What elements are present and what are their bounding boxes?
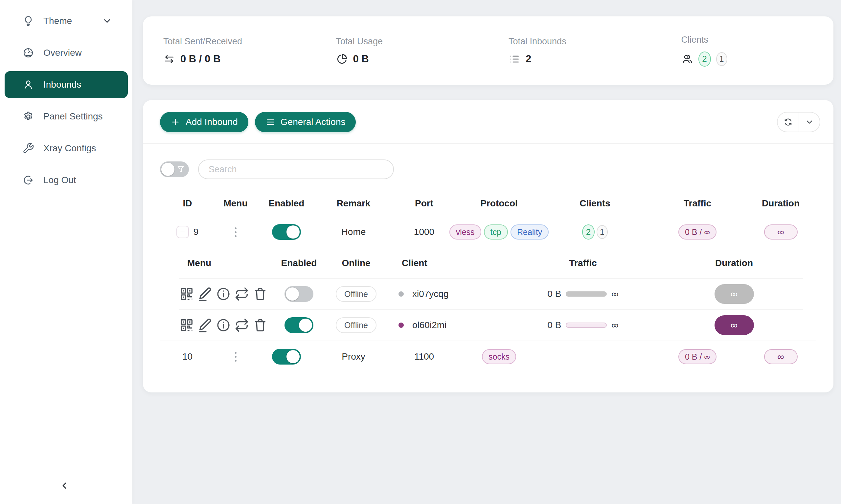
- column-header-clients: Clients: [540, 198, 650, 209]
- collapse-row-button[interactable]: −: [176, 226, 189, 238]
- plus-icon: [171, 117, 181, 127]
- column-header-duration: Duration: [665, 258, 803, 268]
- stat-label: Total Usage: [336, 36, 488, 47]
- qr-code-icon[interactable]: [179, 318, 194, 333]
- stats-card: Total Sent/Received 0 B / 0 B Total Usag…: [143, 16, 834, 85]
- sidebar-item-overview[interactable]: Overview: [5, 39, 128, 66]
- stat-total-inbounds: Total Inbounds 2: [488, 36, 661, 65]
- inbounds-panel: Add Inbound General Actions: [143, 100, 834, 393]
- stat-label: Total Sent/Received: [163, 36, 316, 47]
- gear-icon: [22, 111, 34, 122]
- column-header-port: Port: [390, 198, 458, 209]
- column-header-menu: Menu: [215, 198, 256, 209]
- inbound-enabled-toggle[interactable]: [272, 349, 301, 364]
- sidebar-item-label: Theme: [44, 16, 72, 26]
- delete-icon[interactable]: [253, 318, 268, 333]
- sidebar-item-label: Inbounds: [44, 79, 81, 90]
- column-header-menu: Menu: [179, 258, 266, 268]
- clients-online-badge: 2: [699, 52, 711, 67]
- client-name: ol60i2mi: [412, 320, 446, 330]
- duration-button[interactable]: ∞: [715, 284, 754, 304]
- stat-clients: Clients 2 1: [661, 35, 834, 67]
- sidebar-nav: Theme Overview Inbounds Panel Settings: [0, 0, 132, 194]
- toggle-knob: [287, 226, 299, 238]
- sidebar-item-theme[interactable]: Theme: [5, 7, 128, 34]
- clients-table: Menu Enabled Online Client Traffic Durat…: [179, 248, 803, 341]
- client-color-dot: [398, 323, 404, 328]
- inbound-port: 1100: [390, 352, 458, 362]
- refresh-options-button[interactable]: [799, 112, 820, 131]
- inbounds-table: ID Menu Enabled Remark Port Protocol Cli…: [160, 191, 817, 373]
- edit-icon[interactable]: [198, 286, 212, 302]
- inbound-enabled-toggle[interactable]: [272, 224, 301, 240]
- client-row: Offline xi07ycqg 0 B ∞ ∞: [179, 278, 803, 309]
- inbound-remark: Home: [317, 227, 390, 237]
- add-inbound-button[interactable]: Add Inbound: [160, 112, 248, 132]
- inbound-port: 1000: [390, 227, 458, 237]
- toggle-knob: [299, 319, 312, 332]
- clients-offline-badge: 1: [597, 225, 608, 239]
- chevron-left-icon: [59, 480, 70, 491]
- info-icon[interactable]: [216, 286, 231, 302]
- hamburger-icon: [265, 117, 275, 127]
- toggle-knob: [286, 287, 299, 301]
- sidebar: Theme Overview Inbounds Panel Settings: [0, 0, 132, 504]
- filter-toggle[interactable]: [160, 161, 189, 177]
- traffic-used: 0 B: [547, 289, 561, 299]
- column-header-protocol: Protocol: [458, 198, 540, 209]
- column-header-traffic: Traffic: [501, 258, 665, 268]
- online-status-badge: Offline: [336, 317, 377, 333]
- sidebar-item-xray-configs[interactable]: Xray Configs: [5, 135, 128, 162]
- reset-traffic-icon[interactable]: [234, 318, 250, 333]
- info-icon[interactable]: [216, 318, 231, 333]
- traffic-progress-bar: [566, 291, 607, 296]
- row-menu-button[interactable]: [233, 226, 239, 239]
- stat-label: Total Inbounds: [509, 36, 661, 47]
- duration-button[interactable]: ∞: [715, 315, 754, 335]
- traffic-progress-bar: [566, 323, 607, 328]
- traffic-used: 0 B: [547, 320, 561, 330]
- edit-icon[interactable]: [198, 318, 212, 333]
- general-actions-button[interactable]: General Actions: [255, 112, 356, 132]
- client-enabled-toggle[interactable]: [285, 317, 313, 333]
- column-header-online: Online: [332, 258, 380, 268]
- column-header-remark: Remark: [317, 198, 390, 209]
- search-input[interactable]: [198, 160, 394, 179]
- reset-traffic-icon[interactable]: [234, 286, 250, 302]
- column-header-enabled: Enabled: [256, 198, 317, 209]
- stat-total-sent-received: Total Sent/Received 0 B / 0 B: [143, 36, 316, 65]
- duration-badge[interactable]: ∞: [764, 349, 797, 364]
- stat-label: Clients: [681, 35, 834, 45]
- wrench-icon: [22, 142, 34, 154]
- pie-chart-icon: [336, 53, 348, 65]
- column-header-duration: Duration: [745, 198, 817, 209]
- sidebar-item-panel-settings[interactable]: Panel Settings: [5, 103, 128, 130]
- stat-total-usage: Total Usage 0 B: [316, 36, 488, 65]
- dashboard-icon: [22, 47, 34, 59]
- client-enabled-toggle[interactable]: [285, 286, 313, 302]
- general-actions-label: General Actions: [280, 117, 346, 127]
- sidebar-item-label: Log Out: [44, 175, 76, 185]
- stat-value: 2: [526, 53, 531, 65]
- traffic-badge: 0 B / ∞: [679, 349, 717, 364]
- delete-icon[interactable]: [253, 286, 268, 302]
- sidebar-collapse-button[interactable]: [55, 476, 73, 495]
- clients-offline-badge: 1: [716, 52, 727, 66]
- client-color-dot: [398, 291, 404, 296]
- duration-badge[interactable]: ∞: [764, 224, 797, 239]
- chevron-down-icon: [805, 118, 814, 127]
- traffic-limit: ∞: [611, 320, 618, 331]
- toggle-knob: [287, 350, 299, 363]
- refresh-button[interactable]: [777, 112, 799, 131]
- sidebar-item-inbounds[interactable]: Inbounds: [5, 71, 128, 98]
- row-menu-button[interactable]: [233, 350, 239, 363]
- refresh-split-button: [777, 112, 820, 132]
- sidebar-item-log-out[interactable]: Log Out: [5, 167, 128, 194]
- protocol-badge: vless: [449, 224, 481, 239]
- online-status-badge: Offline: [336, 286, 377, 302]
- toolbar: Add Inbound General Actions: [143, 100, 834, 144]
- clients-online-badge: 2: [582, 224, 595, 239]
- list-icon: [509, 53, 520, 65]
- swap-arrows-icon: [163, 53, 175, 65]
- qr-code-icon[interactable]: [179, 286, 194, 302]
